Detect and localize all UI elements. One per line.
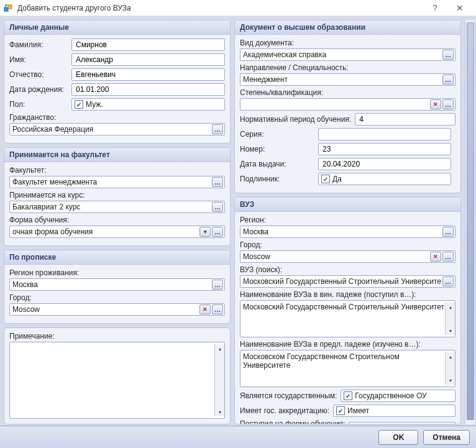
vuz-acc-textarea[interactable]: Московский Государственный Строительный … bbox=[240, 300, 455, 337]
vuz-enroll-field[interactable] bbox=[349, 422, 455, 424]
sex-checkbox[interactable]: ✔ bbox=[75, 100, 83, 109]
vuz-accr-value: Имеет bbox=[347, 406, 454, 415]
scroll-down-icon[interactable]: ▾ bbox=[216, 408, 224, 416]
scroll-up-icon[interactable]: ▴ bbox=[446, 303, 455, 311]
res-city-clear-button[interactable] bbox=[199, 304, 211, 314]
vuz-search-combo[interactable]: Московский Государственный Строительный … bbox=[240, 275, 455, 288]
vuz-city-clear-button[interactable] bbox=[430, 252, 441, 262]
doc-issue-label: Дата выдачи: bbox=[240, 160, 314, 168]
surname-label: Фамилия: bbox=[9, 40, 68, 49]
doc-header: Документ о высшем образовании bbox=[235, 21, 460, 35]
vuz-prep-scrollbar[interactable]: ▴ ▾ bbox=[445, 352, 455, 385]
cancel-button[interactable]: Отмена bbox=[423, 430, 470, 445]
residence-group: По прописке Регион проживания: Москва Го… bbox=[4, 250, 231, 324]
vuz-state-value: Государственное ОУ bbox=[355, 391, 454, 400]
scroll-down-icon[interactable]: ▾ bbox=[446, 326, 455, 335]
doc-spec-combo[interactable]: Менеджмент bbox=[240, 73, 455, 86]
vuz-region-combo[interactable]: Москва bbox=[240, 226, 455, 238]
res-region-combo[interactable]: Москва bbox=[9, 278, 225, 291]
close-button[interactable]: ✕ bbox=[447, 0, 472, 16]
doc-degree-combo[interactable] bbox=[240, 98, 455, 111]
doc-degree-clear-button[interactable] bbox=[430, 99, 441, 109]
help-button[interactable]: ? bbox=[423, 0, 447, 16]
note-label: Примечание: bbox=[9, 332, 225, 341]
ok-button[interactable]: OK bbox=[378, 430, 418, 445]
patronymic-label: Отчество: bbox=[9, 70, 68, 79]
faculty-combo[interactable]: Факультет менеджмента bbox=[9, 176, 225, 188]
note-scrollbar[interactable]: ▴ ▾ bbox=[214, 344, 224, 416]
vuz-search-value: Московский Государственный Строительный … bbox=[243, 277, 441, 286]
name-input[interactable] bbox=[71, 53, 225, 66]
form-dropdown-button[interactable] bbox=[199, 227, 211, 237]
vuz-search-label: ВУЗ (поиск): bbox=[240, 265, 455, 274]
vuz-region-value: Москва bbox=[243, 227, 441, 236]
vuz-enroll-label: Поступил на форму обучения: bbox=[240, 419, 345, 424]
personal-group: Личные данные Фамилия: Имя: Отчество: bbox=[4, 20, 231, 144]
right-column: Документ о высшем образовании Вид докуме… bbox=[234, 20, 461, 424]
vuz-city-value: Moscow bbox=[243, 252, 429, 261]
doc-number-input[interactable] bbox=[318, 143, 451, 155]
page-scrollbar-thumb[interactable] bbox=[467, 22, 474, 420]
doc-series-input[interactable] bbox=[318, 128, 451, 140]
citizenship-label: Гражданство: bbox=[9, 113, 225, 122]
doc-issue-input[interactable] bbox=[318, 158, 451, 170]
vuz-state-checkbox[interactable]: ✔ bbox=[344, 391, 352, 400]
note-textarea[interactable]: ▴ ▾ bbox=[9, 342, 225, 419]
citizenship-combo[interactable]: Российская Федерация bbox=[9, 123, 225, 135]
vuz-accr-field[interactable]: ✔ Имеет bbox=[333, 405, 455, 417]
sex-value: Муж. bbox=[86, 100, 223, 109]
doc-spec-lookup-button[interactable] bbox=[442, 75, 454, 85]
patronymic-input[interactable] bbox=[71, 68, 225, 81]
doc-degree-lookup-button[interactable] bbox=[442, 99, 454, 109]
scroll-up-icon[interactable]: ▴ bbox=[446, 352, 455, 361]
left-column: Личные данные Фамилия: Имя: Отчество: bbox=[4, 20, 231, 424]
vuz-search-lookup-button[interactable] bbox=[442, 277, 454, 286]
course-value: Бакалавриат 2 курс bbox=[12, 203, 211, 211]
doc-norm-input[interactable] bbox=[355, 113, 455, 126]
doc-orig-field[interactable]: ✔ Да bbox=[318, 173, 451, 185]
res-city-value: Moscow bbox=[12, 305, 198, 314]
vuz-acc-scrollbar[interactable]: ▴ ▾ bbox=[445, 303, 455, 335]
page-scrollbar[interactable] bbox=[465, 20, 475, 424]
scroll-down-icon[interactable]: ▾ bbox=[446, 376, 455, 385]
doc-type-value: Академическая справка bbox=[243, 50, 441, 59]
dob-input[interactable] bbox=[71, 83, 225, 96]
doc-type-label: Вид документа: bbox=[240, 39, 455, 47]
sex-checkbox-field[interactable]: ✔ Муж. bbox=[71, 98, 225, 111]
res-city-combo[interactable]: Moscow bbox=[9, 303, 225, 316]
vuz-city-lookup-button[interactable] bbox=[442, 252, 454, 262]
doc-orig-label: Подлинник: bbox=[240, 175, 314, 183]
res-region-lookup-button[interactable] bbox=[212, 280, 223, 290]
faculty-lookup-button[interactable] bbox=[212, 177, 223, 187]
vuz-accr-checkbox[interactable]: ✔ bbox=[336, 406, 345, 415]
course-label: Принимается на курс: bbox=[9, 191, 225, 199]
course-combo[interactable]: Бакалавриат 2 курс bbox=[9, 201, 225, 213]
doc-type-combo[interactable]: Академическая справка bbox=[240, 48, 455, 61]
surname-input[interactable] bbox=[71, 39, 225, 51]
citizenship-lookup-button[interactable] bbox=[212, 124, 223, 134]
course-lookup-button[interactable] bbox=[212, 202, 223, 212]
dialog-footer: OK Отмена bbox=[0, 426, 476, 448]
titlebar: Добавить студента другого ВУЗа ? ✕ bbox=[0, 0, 476, 16]
vuz-city-combo[interactable]: Moscow bbox=[240, 250, 455, 263]
dialog-window: Добавить студента другого ВУЗа ? ✕ Личны… bbox=[0, 0, 476, 448]
vuz-state-label: Является государственным: bbox=[240, 391, 337, 400]
form-combo[interactable]: очная форма обучения bbox=[9, 226, 225, 238]
vuz-state-field[interactable]: ✔ Государственное ОУ bbox=[341, 390, 455, 402]
app-icon bbox=[4, 3, 14, 13]
vuz-region-lookup-button[interactable] bbox=[442, 227, 454, 237]
form-lookup-button[interactable] bbox=[212, 227, 223, 237]
doc-group: Документ о высшем образовании Вид докуме… bbox=[234, 20, 461, 193]
vuz-prep-textarea[interactable]: Московском Государственном Строительном … bbox=[240, 350, 455, 387]
residence-header: По прописке bbox=[4, 250, 230, 265]
note-group: Примечание: ▴ ▾ bbox=[4, 327, 231, 424]
res-region-value: Москва bbox=[12, 280, 211, 289]
personal-header: Личные данные bbox=[4, 21, 230, 35]
vuz-group: ВУЗ Регион: Москва Город: Moscow bbox=[234, 197, 461, 424]
res-city-lookup-button[interactable] bbox=[212, 304, 223, 314]
doc-spec-value: Менеджмент bbox=[243, 75, 441, 84]
name-label: Имя: bbox=[9, 55, 68, 64]
doc-type-lookup-button[interactable] bbox=[442, 50, 454, 60]
scroll-up-icon[interactable]: ▴ bbox=[216, 344, 224, 353]
doc-orig-checkbox[interactable]: ✔ bbox=[321, 175, 330, 183]
